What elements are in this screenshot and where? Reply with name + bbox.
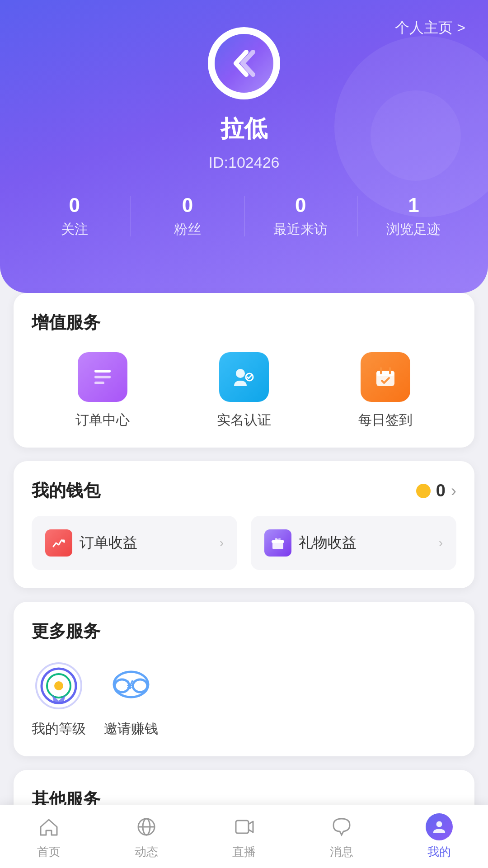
svg-rect-6 — [376, 371, 394, 376]
gift-earnings-arrow-icon: › — [439, 536, 443, 550]
stat-browse-footprint[interactable]: 1 浏览足迹 — [357, 194, 470, 239]
more-services-title: 更多服务 — [32, 620, 456, 643]
svg-rect-2 — [94, 382, 104, 384]
svg-rect-1 — [94, 376, 111, 378]
svg-point-3 — [236, 369, 245, 378]
gift-earnings-label: 礼物收益 — [299, 533, 357, 553]
checkin-label: 每日签到 — [315, 411, 456, 429]
invite-earn-label: 邀请赚钱 — [104, 720, 158, 738]
gift-earnings-icon — [264, 529, 291, 557]
live-label: 直播 — [232, 844, 256, 860]
username: 拉低 — [18, 113, 470, 145]
svg-rect-28 — [236, 821, 249, 833]
nav-messages[interactable]: 消息 — [293, 813, 390, 860]
order-center-label: 订单中心 — [32, 411, 173, 429]
home-label: 首页 — [37, 844, 61, 860]
nav-live[interactable]: 直播 — [195, 813, 293, 860]
bottom-navigation: 首页 动态 直播 消息 — [0, 805, 488, 868]
svg-text:¥: ¥ — [127, 678, 134, 692]
gift-earnings-button[interactable]: 礼物收益 › — [251, 516, 456, 570]
nav-feed[interactable]: 动态 — [98, 813, 195, 860]
balance-value: 0 — [436, 481, 446, 500]
my-level-label: 我的等级 — [32, 720, 86, 738]
nav-profile[interactable]: 我的 — [390, 813, 488, 860]
invite-earn-icon: ¥ — [106, 661, 156, 711]
message-icon — [328, 813, 355, 840]
service-checkin[interactable]: 每日签到 — [315, 352, 456, 429]
svg-rect-10 — [272, 540, 284, 543]
order-earnings-label: 订单收益 — [80, 533, 137, 553]
more-services-card: 更多服务 我的等级 — [14, 602, 474, 756]
content-area: 增值服务 订单中心 — [0, 275, 488, 868]
order-earnings-arrow-icon: › — [220, 536, 224, 550]
avatar[interactable] — [208, 27, 280, 99]
identity-icon — [219, 352, 269, 402]
stats-row: 0 关注 0 粉丝 0 最近来访 1 浏览足迹 — [18, 194, 470, 239]
service-order-center[interactable]: 订单中心 — [32, 352, 173, 429]
profile-label: 我的 — [427, 844, 451, 860]
profile-header: 个人主页 > 拉低 ID:102426 0 关注 0 粉丝 0 最近来 — [0, 0, 488, 293]
user-id: ID:102426 — [18, 154, 470, 171]
service-invite-earn[interactable]: ¥ 邀请赚钱 — [104, 661, 158, 738]
feed-icon — [133, 813, 160, 840]
nav-home[interactable]: 首页 — [0, 813, 98, 860]
wallet-buttons: 订单收益 › 礼物收益 › — [32, 516, 456, 570]
checkin-icon — [361, 352, 410, 402]
messages-label: 消息 — [330, 844, 353, 860]
wallet-balance[interactable]: 0 › — [416, 481, 456, 500]
service-my-level[interactable]: 我的等级 — [32, 661, 86, 738]
stat-recent-visitors[interactable]: 0 最近来访 — [244, 194, 357, 239]
order-center-icon — [78, 352, 127, 402]
svg-rect-0 — [94, 370, 111, 373]
more-services-grid: 我的等级 ¥ 邀请赚钱 — [32, 661, 456, 738]
wallet-header: 我的钱包 0 › — [32, 479, 456, 502]
stat-fans[interactable]: 0 粉丝 — [131, 194, 244, 239]
stat-following[interactable]: 0 关注 — [18, 194, 131, 239]
feed-label: 动态 — [135, 844, 158, 860]
home-icon — [35, 813, 62, 840]
services-grid: 订单中心 实名认证 — [32, 352, 456, 429]
value-added-services-card: 增值服务 订单中心 — [14, 293, 474, 448]
svg-point-14 — [54, 681, 63, 690]
avatar-container — [18, 27, 470, 99]
value-added-services-title: 增值服务 — [32, 311, 456, 334]
svg-rect-9 — [272, 542, 283, 549]
order-earnings-button[interactable]: 订单收益 › — [32, 516, 237, 570]
order-earnings-icon — [45, 529, 72, 557]
svg-point-29 — [436, 821, 442, 827]
profile-nav-icon — [426, 813, 453, 840]
service-identity[interactable]: 实名认证 — [173, 352, 314, 429]
wallet-chevron-icon: › — [451, 481, 456, 500]
wallet-card: 我的钱包 0 › 订单收益 › — [14, 461, 474, 588]
svg-point-17 — [133, 679, 147, 692]
wallet-title: 我的钱包 — [32, 479, 100, 502]
coin-icon — [416, 484, 431, 498]
my-level-icon — [34, 661, 84, 711]
identity-label: 实名认证 — [173, 411, 314, 429]
live-icon — [230, 813, 258, 840]
